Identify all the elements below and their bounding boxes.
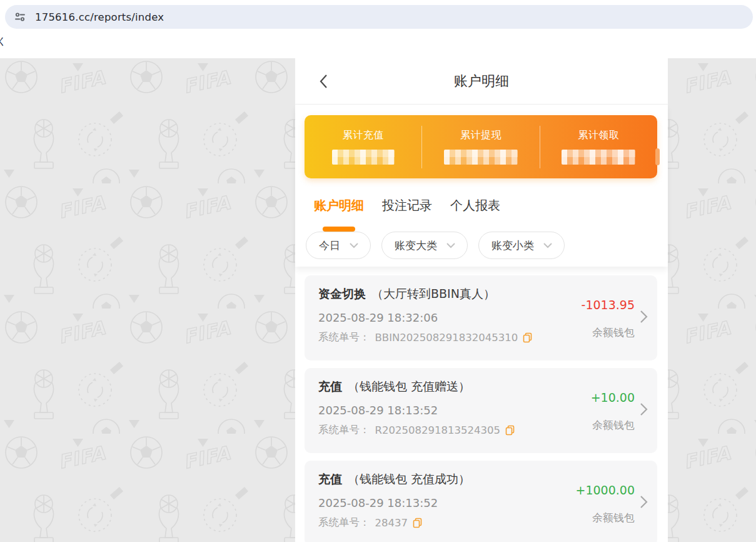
record-amount: -1013.95 [582, 298, 635, 312]
record-subtype: （钱能钱包 充值成功） [348, 471, 470, 488]
back-button[interactable] [314, 72, 333, 91]
tab-label: 投注记录 [382, 198, 432, 213]
page-title: 账户明细 [295, 58, 668, 104]
copy-icon[interactable] [505, 425, 515, 436]
record-subtype: （大厅转到BBIN真人） [371, 286, 495, 302]
chevron-down-icon [446, 242, 456, 248]
chevron-right-icon [640, 310, 648, 324]
filter-major-type-dropdown[interactable]: 账变大类 [381, 232, 468, 259]
summary-label: 累计充值 [305, 129, 421, 142]
order-number: 28437 [375, 517, 408, 529]
masked-value [444, 150, 518, 165]
copy-icon[interactable] [413, 518, 422, 528]
summary-total-deposit: 累计充值 [305, 129, 421, 165]
order-label: 系统单号： [318, 330, 370, 344]
record-amount: +10.00 [591, 391, 635, 404]
order-label: 系统单号： [318, 516, 370, 529]
filter-label: 账变小类 [491, 238, 534, 253]
record-card[interactable]: 资金切换 （大厅转到BBIN真人） 2025-08-29 18:32:06 系统… [305, 275, 657, 360]
account-detail-panel: 账户明细 累计充值 累计提现 累计领取 [295, 58, 668, 542]
summary-total-withdraw: 累计提现 [422, 129, 539, 165]
record-datetime: 2025-08-29 18:13:52 [318, 404, 657, 417]
masked-value [562, 150, 635, 165]
browser-chrome: 175616.cc/reports/index [0, 0, 756, 35]
filter-bar: 今日 账变大类 账变小类 [295, 232, 668, 259]
record-type: 资金切换 [318, 286, 366, 302]
record-card[interactable]: 充值 （钱能钱包 充值赠送） 2025-08-29 18:13:52 系统单号：… [305, 368, 657, 453]
masked-value [332, 150, 395, 165]
back-chevron-icon [319, 74, 328, 89]
top-section: 累计充值 累计提现 累计领取 账户明细 [295, 105, 668, 267]
tab-label: 账户明细 [314, 198, 364, 213]
clipped-back-glyph: く [0, 36, 6, 48]
filter-minor-type-dropdown[interactable]: 账变小类 [478, 232, 565, 259]
record-datetime: 2025-08-29 18:32:06 [318, 311, 657, 324]
order-number: R202508291813524305 [375, 424, 500, 436]
record-type: 充值 [318, 471, 342, 488]
order-label: 系统单号： [318, 423, 370, 437]
tab-account-detail[interactable]: 账户明细 [314, 197, 364, 232]
page-header: 账户明细 [295, 58, 668, 105]
filter-label: 账变大类 [395, 238, 437, 253]
record-datetime: 2025-08-29 18:13:52 [318, 496, 657, 509]
summary-label: 累计提现 [422, 129, 539, 142]
tab-bet-records[interactable]: 投注记录 [382, 197, 432, 232]
site-settings-icon[interactable] [14, 11, 26, 23]
record-card[interactable]: 充值 （钱能钱包 充值成功） 2025-08-29 18:13:52 系统单号：… [305, 461, 657, 542]
chevron-down-icon [349, 242, 359, 248]
address-bar[interactable]: 175616.cc/reports/index [5, 5, 753, 29]
summary-label: 累计领取 [540, 129, 657, 142]
record-wallet: 余额钱包 [592, 325, 635, 340]
tab-bar: 账户明细 投注记录 个人报表 [295, 178, 668, 232]
record-amount: +1000.00 [576, 483, 635, 497]
chevron-down-icon [543, 242, 553, 248]
record-wallet: 余额钱包 [592, 511, 635, 525]
record-wallet: 余额钱包 [592, 418, 635, 432]
filter-label: 今日 [319, 238, 340, 253]
filter-date-dropdown[interactable]: 今日 [306, 232, 371, 259]
record-subtype: （钱能钱包 充值赠送） [348, 379, 470, 395]
copy-icon[interactable] [523, 332, 532, 343]
chevron-right-icon [640, 495, 648, 509]
summary-total-claim: 累计领取 [540, 129, 657, 165]
order-number: BBIN202508291832045310 [375, 332, 518, 344]
summary-card: 累计充值 累计提现 累计领取 [305, 115, 657, 178]
record-type: 充值 [318, 379, 342, 395]
url-text[interactable]: 175616.cc/reports/index [35, 11, 164, 23]
chevron-right-icon [640, 402, 648, 416]
active-tab-underline [323, 227, 355, 232]
card-drag-handle[interactable] [655, 148, 660, 165]
tab-personal-report[interactable]: 个人报表 [450, 197, 500, 232]
tab-label: 个人报表 [450, 198, 500, 213]
record-list: 资金切换 （大厅转到BBIN真人） 2025-08-29 18:32:06 系统… [295, 267, 668, 542]
